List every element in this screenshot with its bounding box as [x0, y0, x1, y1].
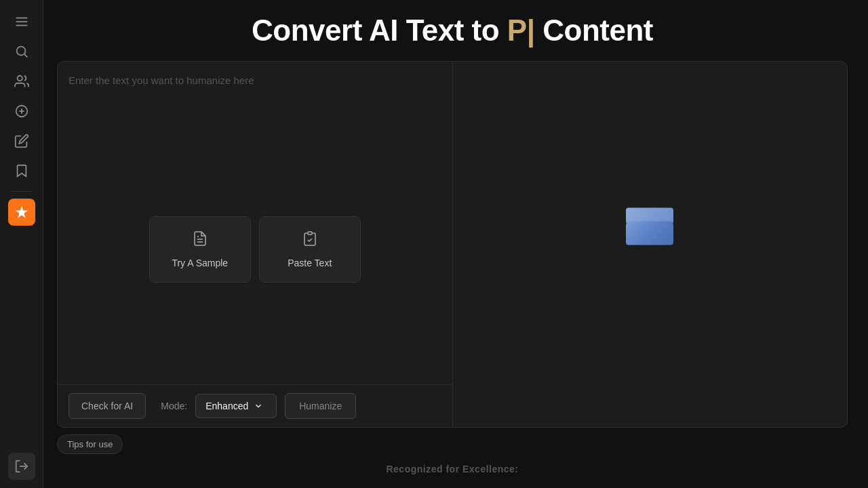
tray-body: [626, 221, 673, 245]
chevron-down-icon: [254, 401, 263, 411]
sidebar-item-search[interactable]: [8, 38, 35, 65]
menu-icon: [14, 14, 29, 29]
edit-icon: [14, 134, 29, 148]
title-highlight: P|: [507, 14, 535, 47]
input-toolbar: Check for AI Mode: Enhanced Humanize: [58, 384, 452, 427]
mode-dropdown[interactable]: Enhanced: [195, 394, 277, 418]
svg-point-5: [17, 76, 22, 81]
sidebar-item-magic[interactable]: [8, 199, 35, 226]
inbox-illustration: [626, 207, 673, 245]
search-icon: [14, 44, 29, 59]
sidebar: [0, 0, 43, 488]
try-sample-button[interactable]: Try A Sample: [149, 216, 251, 283]
sidebar-item-edit[interactable]: [8, 127, 35, 155]
users-icon: [14, 74, 29, 89]
sidebar-bottom: [8, 453, 35, 480]
humanize-button[interactable]: Humanize: [285, 393, 356, 419]
paste-text-button[interactable]: Paste Text: [259, 216, 361, 283]
tips-bar: Tips for use: [57, 434, 848, 454]
logout-icon: [14, 459, 29, 474]
document-icon: [192, 230, 208, 251]
page-title: Convert AI Text to P| Content: [57, 14, 848, 47]
editor-container: Try A Sample Paste Text: [57, 61, 848, 428]
paste-text-label: Paste Text: [288, 258, 332, 268]
input-panel: Try A Sample Paste Text: [58, 62, 453, 427]
text-area-wrapper: Try A Sample Paste Text: [58, 62, 452, 384]
output-panel: [453, 62, 848, 427]
logout-button[interactable]: [8, 453, 35, 480]
title-part2: Content: [535, 14, 653, 47]
sample-buttons: Try A Sample Paste Text: [138, 205, 372, 293]
clipboard-icon: [302, 230, 318, 251]
plus-icon: [14, 104, 29, 119]
try-sample-label: Try A Sample: [172, 258, 228, 268]
bottom-section: Recognized for Excellence:: [57, 464, 848, 474]
mode-value: Enhanced: [205, 401, 248, 411]
humanize-label: Humanize: [299, 401, 342, 411]
svg-point-3: [16, 47, 25, 56]
recognized-label: Recognized for Excellence:: [386, 464, 518, 474]
tips-badge[interactable]: Tips for use: [57, 434, 123, 454]
check-ai-label: Check for AI: [81, 401, 133, 411]
tray-lid: [626, 207, 673, 222]
sidebar-item-users[interactable]: [8, 68, 35, 95]
check-ai-button[interactable]: Check for AI: [68, 393, 146, 419]
sidebar-divider: [12, 191, 32, 192]
title-part1: Convert AI Text to: [252, 14, 507, 47]
sidebar-item-add[interactable]: [8, 98, 35, 125]
bookmark-icon: [14, 163, 29, 178]
main-content: Convert AI Text to P| Content: [43, 0, 868, 488]
output-illustration: [626, 207, 673, 245]
sidebar-item-bookmark[interactable]: [8, 157, 35, 184]
mode-label: Mode:: [161, 401, 187, 411]
tips-label: Tips for use: [67, 439, 113, 449]
svg-rect-12: [308, 232, 312, 235]
svg-line-4: [24, 54, 27, 57]
star-icon: [14, 205, 29, 220]
sidebar-item-menu[interactable]: [8, 8, 35, 35]
